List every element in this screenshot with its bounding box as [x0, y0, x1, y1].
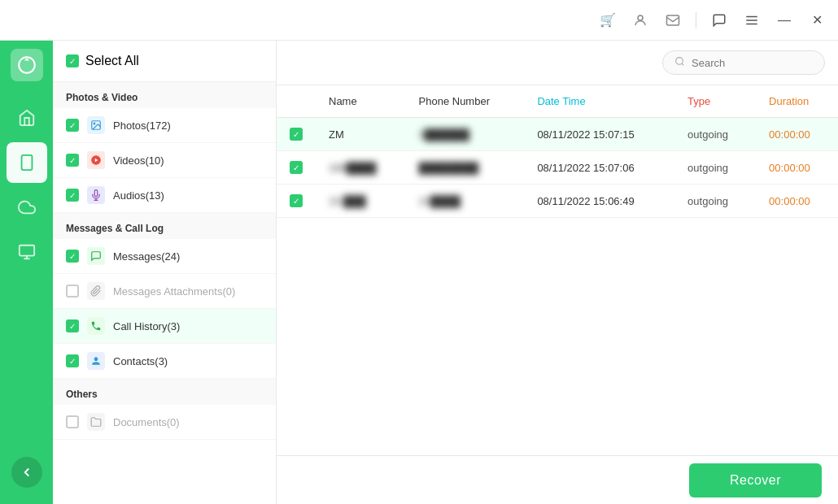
svg-point-14 — [676, 58, 683, 65]
documents-icon — [87, 413, 105, 431]
videos-checkbox[interactable]: ✓ — [66, 154, 79, 167]
category-attachments[interactable]: Messages Attachments(0) — [53, 274, 276, 309]
messages-checkbox[interactable]: ✓ — [66, 250, 79, 263]
attachments-icon — [87, 282, 105, 300]
svg-line-15 — [682, 63, 683, 65]
audios-label: Audios(13) — [113, 189, 164, 202]
title-bar: 🛒 — ✕ — [0, 0, 838, 41]
th-name: Name — [316, 85, 406, 118]
videos-icon — [87, 151, 105, 169]
documents-checkbox[interactable] — [66, 415, 79, 428]
category-audios[interactable]: ✓ Audios(13) — [53, 178, 276, 213]
category-documents[interactable]: Documents(0) — [53, 405, 276, 440]
minimize-icon[interactable]: — — [771, 7, 797, 33]
table-row[interactable]: ✓ ZM 3██████ 08/11/2022 15:07:15 outgoin… — [277, 118, 838, 151]
category-photos[interactable]: ✓ Photos(172) — [53, 108, 276, 143]
select-all-row[interactable]: ✓ Select All — [53, 41, 276, 82]
calls-checkbox[interactable]: ✓ — [66, 319, 79, 332]
row3-duration: 00:00:00 — [756, 185, 838, 218]
contacts-icon — [87, 352, 105, 370]
row2-name: 168████ — [316, 151, 406, 185]
sidebar-nav — [0, 98, 53, 449]
svg-rect-1 — [667, 15, 679, 25]
messages-icon — [87, 247, 105, 265]
content-header — [277, 41, 838, 85]
select-all-checkbox[interactable]: ✓ — [66, 54, 79, 67]
section-others: Others — [53, 379, 276, 405]
row1-phone: 3██████ — [406, 118, 525, 151]
svg-point-11 — [94, 123, 95, 124]
row2-type: outgoing — [674, 151, 756, 185]
audios-checkbox[interactable]: ✓ — [66, 189, 79, 202]
calls-label: Call History(3) — [113, 320, 180, 332]
calls-icon — [87, 317, 105, 335]
row1-type: outgoing — [674, 118, 756, 151]
select-all-label: Select All — [85, 54, 139, 68]
row2-duration: 00:00:00 — [756, 151, 838, 185]
section-photos-video: Photos & Video — [53, 82, 276, 108]
table-row[interactable]: ✓ 168████ ████████ 08/11/2022 15:07:06 o… — [277, 151, 838, 185]
cart-icon[interactable]: 🛒 — [595, 7, 621, 33]
videos-label: Videos(10) — [113, 154, 164, 167]
contacts-label: Contacts(3) — [113, 355, 168, 367]
user-icon[interactable] — [627, 7, 653, 33]
mail-icon[interactable] — [660, 7, 686, 33]
content-area: Name Phone Number Date Time Type Duratio… — [277, 41, 838, 504]
photos-icon — [87, 116, 105, 134]
attachments-checkbox[interactable] — [66, 285, 79, 298]
table-header-row: Name Phone Number Date Time Type Duratio… — [277, 85, 838, 118]
category-calls[interactable]: ✓ Call History(3) — [53, 309, 276, 344]
row3-name: 15:███ — [316, 185, 406, 218]
table-row[interactable]: ✓ 15:███ 15████ 08/11/2022 15:06:49 outg… — [277, 185, 838, 218]
th-phone: Phone Number — [406, 85, 525, 118]
category-panel: ✓ Select All Photos & Video ✓ Photos(172… — [53, 41, 277, 504]
row2-checkbox[interactable]: ✓ — [277, 151, 316, 185]
menu-icon[interactable] — [739, 7, 765, 33]
row2-phone: ████████ — [406, 151, 525, 185]
title-bar-icons: 🛒 — ✕ — [595, 7, 830, 33]
th-datetime: Date Time — [524, 85, 674, 118]
icon-sidebar — [0, 41, 53, 504]
app-logo — [11, 49, 43, 81]
row3-checkbox[interactable]: ✓ — [277, 185, 316, 218]
attachments-label: Messages Attachments(0) — [113, 285, 235, 298]
th-checkbox — [277, 85, 316, 118]
search-box[interactable] — [662, 50, 825, 75]
messages-label: Messages(24) — [113, 250, 180, 263]
search-icon — [674, 56, 685, 69]
nav-tools[interactable] — [7, 232, 47, 272]
row3-phone: 15████ — [406, 185, 525, 218]
svg-rect-7 — [19, 245, 33, 256]
category-messages[interactable]: ✓ Messages(24) — [53, 239, 276, 274]
nav-phone[interactable] — [7, 142, 47, 183]
row3-datetime: 08/11/2022 15:06:49 — [524, 185, 674, 218]
photos-checkbox[interactable]: ✓ — [66, 119, 79, 132]
back-button[interactable] — [11, 457, 42, 488]
row1-name: ZM — [316, 118, 406, 151]
nav-cloud[interactable] — [7, 187, 47, 228]
call-history-table: Name Phone Number Date Time Type Duratio… — [277, 85, 838, 218]
main-layout: ✓ Select All Photos & Video ✓ Photos(172… — [0, 41, 838, 504]
nav-home[interactable] — [7, 98, 47, 138]
row1-duration: 00:00:00 — [756, 118, 838, 151]
chat-icon[interactable] — [706, 7, 732, 33]
recover-button[interactable]: Recover — [689, 463, 822, 497]
category-contacts[interactable]: ✓ Contacts(3) — [53, 344, 276, 379]
separator — [696, 12, 696, 28]
contacts-checkbox[interactable]: ✓ — [66, 354, 79, 367]
th-duration: Duration — [756, 85, 838, 118]
search-input[interactable] — [692, 57, 813, 69]
svg-rect-5 — [21, 155, 32, 170]
section-messages-calllog: Messages & Call Log — [53, 213, 276, 239]
row3-type: outgoing — [674, 185, 756, 218]
photos-label: Photos(172) — [113, 119, 171, 132]
row2-datetime: 08/11/2022 15:07:06 — [524, 151, 674, 185]
row1-checkbox[interactable]: ✓ — [277, 118, 316, 151]
footer: Recover — [277, 455, 838, 504]
category-videos[interactable]: ✓ Videos(10) — [53, 143, 276, 178]
documents-label: Documents(0) — [113, 416, 180, 428]
th-type: Type — [674, 85, 756, 118]
table-container: Name Phone Number Date Time Type Duratio… — [277, 85, 838, 455]
row1-datetime: 08/11/2022 15:07:15 — [524, 118, 674, 151]
close-icon[interactable]: ✕ — [804, 7, 830, 33]
